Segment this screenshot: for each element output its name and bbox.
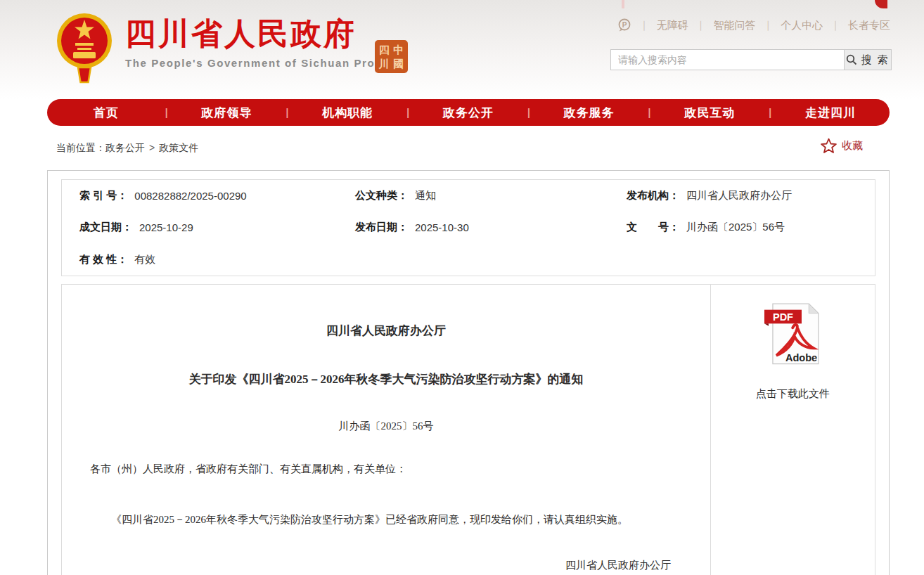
link-smart-qa[interactable]: 智能问答 xyxy=(714,19,756,32)
national-emblem-icon xyxy=(56,10,113,84)
page: 四川省人民政府 The People's Government of Sichu… xyxy=(0,0,924,575)
breadcrumb-row: 当前位置：政务公开>政策文件 收藏 xyxy=(0,138,924,163)
adobe-label: Adobe xyxy=(785,352,817,363)
nav-item-home[interactable]: 首页 xyxy=(47,105,165,121)
meta-value: 川办函〔2025〕56号 xyxy=(686,221,785,234)
nav-item-public-interaction[interactable]: 政民互动 xyxy=(651,105,769,121)
meta-value: 四川省人民政府办公厅 xyxy=(686,189,792,202)
search-icon xyxy=(846,54,857,65)
favorite-label: 收藏 xyxy=(842,139,863,153)
download-panel: PDF Adobe 点击下载此文件 xyxy=(710,285,875,575)
star-icon xyxy=(821,138,837,153)
breadcrumb-prefix: 当前位置： xyxy=(56,142,105,153)
breadcrumb-link-disclosure[interactable]: 政务公开 xyxy=(105,142,145,153)
document-metadata-table: 索 引 号： 008282882/2025-00290 公文种类： 通知 发布机… xyxy=(61,179,875,276)
nav-item-government-services[interactable]: 政务服务 xyxy=(530,105,648,121)
search-bar: 搜 索 xyxy=(610,49,892,70)
link-senior-zone[interactable]: 长者专区 xyxy=(848,19,890,32)
document-text-area: 四川省人民政府办公厅 关于印发《四川省2025－2026年秋冬季大气污染防治攻坚… xyxy=(62,285,710,575)
meta-doc-type: 公文种类： 通知 xyxy=(338,180,609,212)
meta-publish-date: 发布日期： 2025-10-30 xyxy=(338,212,609,243)
meta-index-no: 索 引 号： 008282882/2025-00290 xyxy=(62,180,338,212)
breadcrumb-link-policy-documents[interactable]: 政策文件 xyxy=(159,142,198,153)
link-personal-center[interactable]: 个人中心 xyxy=(781,19,823,32)
document-paragraph: 《四川省2025－2026年秋冬季大气污染防治攻坚行动方案》已经省政府同意，现印… xyxy=(90,511,682,528)
national-emblem-logo[interactable] xyxy=(56,10,113,84)
favorite-button[interactable]: 收藏 xyxy=(821,138,863,153)
site-title-block: 四川省人民政府 The People's Government of Sichu… xyxy=(125,17,408,69)
meta-value: 有效 xyxy=(134,253,155,266)
meta-empty-cell xyxy=(338,244,609,276)
corner-accent-shape xyxy=(875,0,887,8)
seal-char: 四 xyxy=(377,42,392,57)
pdf-banner-label: PDF xyxy=(772,311,793,323)
search-button[interactable]: 搜 索 xyxy=(844,49,892,70)
nav-item-discover-sichuan[interactable]: 走进四川 xyxy=(771,105,890,121)
document-number: 川办函〔2025〕56号 xyxy=(90,420,682,433)
meta-issuing-org: 发布机构： 四川省人民政府办公厅 xyxy=(609,180,875,212)
meta-doc-no: 文 号： 川办函〔2025〕56号 xyxy=(609,212,875,243)
search-input[interactable] xyxy=(610,49,844,70)
meta-value: 2025-10-29 xyxy=(139,221,193,233)
decorative-streak xyxy=(622,0,624,8)
meta-empty-cell xyxy=(609,244,875,276)
link-divider: ｜ xyxy=(764,19,774,32)
svg-text:P: P xyxy=(622,21,627,29)
china-sichuan-seal: 四 中 川 國 xyxy=(375,40,408,73)
document-salutation: 各市（州）人民政府，省政府有关部门、有关直属机构，有关单位： xyxy=(90,463,682,476)
site-title[interactable]: 四川省人民政府 xyxy=(125,17,408,51)
content-container: 索 引 号： 008282882/2025-00290 公文种类： 通知 发布机… xyxy=(47,170,890,575)
breadcrumb-separator: > xyxy=(149,142,155,153)
link-accessibility[interactable]: 无障碍 xyxy=(657,19,688,32)
meta-value: 通知 xyxy=(415,189,436,202)
nav-item-government-leaders[interactable]: 政府领导 xyxy=(168,105,286,121)
meta-label: 文 号： xyxy=(627,221,679,234)
document-signature: 四川省人民政府办公厅 xyxy=(90,559,682,572)
meta-validity: 有 效 性： 有效 xyxy=(62,244,338,276)
link-divider: ｜ xyxy=(639,19,649,32)
document-content-box: 四川省人民政府办公厅 关于印发《四川省2025－2026年秋冬季大气污染防治攻坚… xyxy=(61,284,875,575)
link-divider: ｜ xyxy=(830,19,840,32)
breadcrumb: 当前位置：政务公开>政策文件 xyxy=(56,142,198,155)
utility-links: P ｜ 无障碍 ｜ 智能问答 ｜ 个人中心 ｜ 长者专区 xyxy=(617,18,890,32)
pdf-file-icon[interactable]: PDF Adobe xyxy=(763,300,823,369)
download-file-link[interactable]: 点击下载此文件 xyxy=(711,387,875,401)
meta-label: 成文日期： xyxy=(79,221,132,234)
seal-char: 國 xyxy=(392,57,406,72)
seal-char: 川 xyxy=(377,57,392,72)
link-divider: ｜ xyxy=(696,19,706,32)
site-subtitle: The People's Government of Sichuan Provi… xyxy=(125,57,408,69)
meta-value: 008282882/2025-00290 xyxy=(134,190,246,202)
meta-label: 发布机构： xyxy=(627,189,679,202)
site-header: 四川省人民政府 The People's Government of Sichu… xyxy=(0,0,924,99)
search-button-label: 搜 索 xyxy=(861,53,889,67)
document-issuing-office: 四川省人民政府办公厅 xyxy=(90,323,682,339)
seal-char: 中 xyxy=(392,42,406,57)
meta-label: 有 效 性： xyxy=(79,253,127,266)
nav-item-institutional-functions[interactable]: 机构职能 xyxy=(288,105,406,121)
meta-value: 2025-10-30 xyxy=(415,221,469,233)
meta-written-date: 成文日期： 2025-10-29 xyxy=(62,212,338,243)
meta-label: 发布日期： xyxy=(355,221,408,234)
document-title: 关于印发《四川省2025－2026年秋冬季大气污染防治攻坚行动方案》的通知 xyxy=(90,371,682,387)
main-nav: 首页 | 政府领导 | 机构职能 | 政务公开 | 政务服务 | 政民互动 | … xyxy=(47,99,890,126)
accessibility-icon[interactable]: P xyxy=(617,18,631,32)
nav-item-government-affairs-disclosure[interactable]: 政务公开 xyxy=(409,105,527,121)
meta-label: 公文种类： xyxy=(355,189,408,202)
meta-label: 索 引 号： xyxy=(79,189,127,202)
